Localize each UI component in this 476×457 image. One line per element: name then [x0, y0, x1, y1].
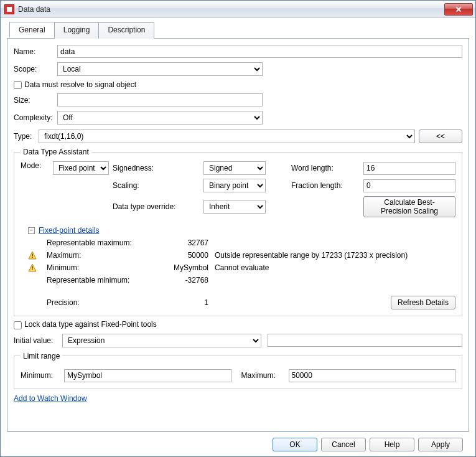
- cancel-button[interactable]: Cancel: [321, 438, 366, 451]
- min-value: MySymbol: [159, 263, 215, 272]
- scope-label: Scope:: [14, 65, 57, 73]
- dialog-window: Data data General Logging Description Na…: [0, 0, 476, 457]
- warning-icon: [28, 251, 37, 260]
- calc-button[interactable]: Calculate Best-Precision Scaling: [363, 196, 455, 217]
- max-msg: Outside representable range by 17233 (17…: [215, 251, 455, 260]
- svg-rect-5: [32, 270, 32, 270]
- signedness-select[interactable]: Signed: [203, 161, 266, 175]
- refresh-button[interactable]: Refresh Details: [391, 296, 455, 309]
- dto-label: Data type override:: [113, 202, 200, 211]
- svg-rect-2: [32, 257, 32, 258]
- window-title: Data data: [18, 5, 444, 14]
- size-label: Size:: [14, 96, 57, 105]
- dialog-body: General Logging Description Name: Scope:…: [1, 18, 475, 456]
- flen-label: Fraction length:: [291, 181, 360, 190]
- expander-icon[interactable]: −: [28, 227, 35, 234]
- apply-button[interactable]: Apply: [418, 438, 463, 451]
- tab-general[interactable]: General: [9, 22, 55, 38]
- dta-legend: Data Type Assistant: [21, 148, 91, 156]
- tab-logging[interactable]: Logging: [54, 22, 100, 39]
- ival-input[interactable]: [268, 334, 462, 347]
- dto-select[interactable]: Inherit: [203, 200, 266, 214]
- mode-select[interactable]: Fixed point: [53, 161, 109, 175]
- max-value: 50000: [159, 251, 215, 260]
- mode-label: Mode:: [21, 161, 49, 170]
- button-bar: OK Cancel Help Apply: [7, 431, 469, 456]
- signed-label: Signedness:: [113, 164, 200, 172]
- precision-label: Precision:: [47, 298, 159, 307]
- tab-strip: General Logging Description: [9, 22, 469, 38]
- tab-description[interactable]: Description: [98, 22, 154, 39]
- ok-button[interactable]: OK: [273, 438, 317, 451]
- fpd-link[interactable]: Fixed-point details: [39, 226, 99, 235]
- name-input[interactable]: [57, 45, 462, 58]
- lmin-input[interactable]: [64, 369, 231, 382]
- lock-checkbox-label[interactable]: Lock data type against Fixed-Point tools: [14, 320, 157, 329]
- titlebar: Data data: [1, 1, 475, 18]
- scope-select[interactable]: Local: [57, 62, 263, 76]
- watch-link[interactable]: Add to Watch Window: [14, 394, 87, 403]
- limit-fieldset: Limit range Minimum: Maximum:: [14, 352, 462, 389]
- limit-legend: Limit range: [21, 352, 62, 360]
- name-label: Name:: [14, 47, 57, 56]
- precision-value: 1: [159, 298, 215, 307]
- min-msg: Cannot evaluate: [215, 263, 455, 272]
- scaling-select[interactable]: Binary point: [203, 179, 266, 192]
- dta-fieldset: Data Type Assistant Mode: Fixed point Si…: [14, 148, 462, 316]
- fraction-length-input[interactable]: [363, 179, 455, 192]
- resolve-checkbox[interactable]: [14, 81, 22, 89]
- ival-label: Initial value:: [14, 336, 62, 345]
- lmin-label: Minimum:: [21, 371, 60, 380]
- repmax-label: Representable maximum:: [47, 238, 159, 247]
- max-label: Maximum:: [47, 251, 159, 260]
- svg-rect-4: [32, 266, 32, 269]
- size-input[interactable]: [57, 93, 263, 106]
- resolve-text: Data must resolve to signal object: [24, 80, 136, 89]
- complexity-label: Complexity:: [14, 113, 57, 122]
- repmin-label: Representable minimum:: [47, 276, 159, 285]
- lock-checkbox[interactable]: [14, 321, 22, 329]
- ival-select[interactable]: Expression: [62, 334, 261, 347]
- min-label: Minimum:: [47, 263, 159, 272]
- type-select[interactable]: fixdt(1,16,0): [39, 130, 415, 143]
- svg-rect-1: [32, 254, 32, 257]
- app-icon: [4, 4, 14, 14]
- lmax-input[interactable]: [289, 369, 456, 382]
- lmax-label: Maximum:: [241, 371, 285, 380]
- complexity-select[interactable]: Off: [57, 111, 263, 125]
- resolve-checkbox-label[interactable]: Data must resolve to signal object: [14, 80, 136, 89]
- tab-panel: Name: Scope: Local Data must resolve to …: [7, 38, 469, 431]
- wlen-label: Word length:: [291, 164, 360, 172]
- scaling-label: Scaling:: [113, 181, 200, 190]
- word-length-input[interactable]: [363, 162, 455, 175]
- warning-icon: [28, 263, 37, 272]
- close-icon[interactable]: [444, 3, 473, 16]
- help-button[interactable]: Help: [370, 438, 414, 451]
- repmin-value: -32768: [159, 276, 215, 285]
- type-label: Type:: [14, 132, 39, 141]
- repmax-value: 32767: [159, 238, 215, 247]
- lock-text: Lock data type against Fixed-Point tools: [24, 320, 157, 329]
- collapse-button[interactable]: <<: [419, 130, 462, 143]
